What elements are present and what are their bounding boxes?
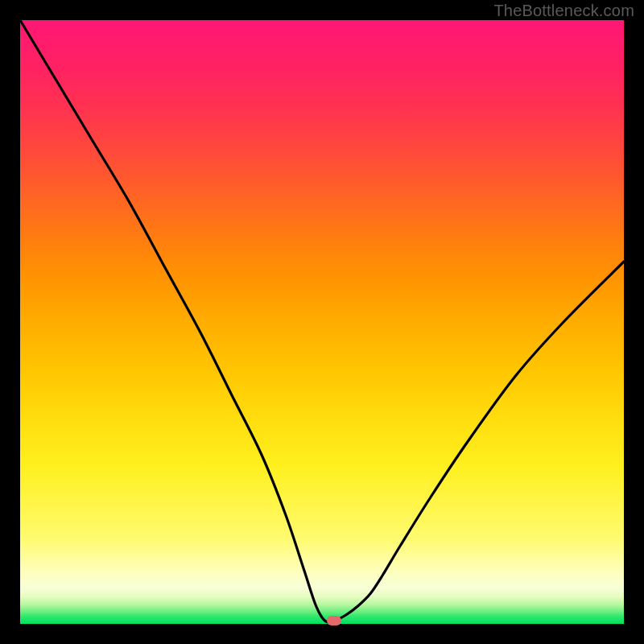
chart-frame: TheBottleneck.com: [0, 0, 644, 644]
watermark-text: TheBottleneck.com: [493, 2, 634, 20]
plot-area: [20, 20, 624, 624]
